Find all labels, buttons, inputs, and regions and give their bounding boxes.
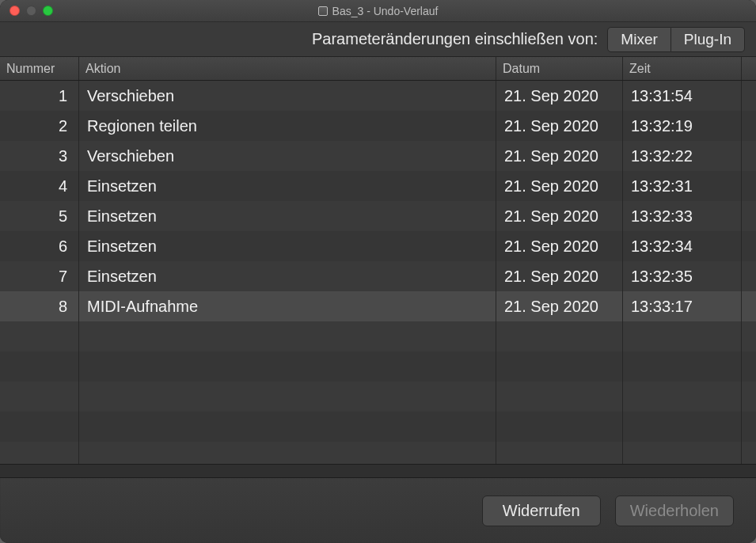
table-row[interactable]: 5Einsetzen21. Sep 202013:32:33 — [0, 201, 756, 231]
table-row[interactable]: 1Verschieben21. Sep 202013:31:54 — [0, 81, 756, 111]
cell-action: Einsetzen — [79, 231, 496, 261]
cell-date: 21. Sep 2020 — [496, 261, 623, 291]
cell-number: 6 — [0, 231, 79, 261]
document-icon — [318, 6, 328, 16]
table-row-empty — [0, 442, 756, 464]
col-number[interactable]: Nummer — [0, 57, 79, 80]
cell-number: 7 — [0, 261, 79, 291]
col-action[interactable]: Aktion — [79, 57, 496, 80]
cell-time: 13:33:17 — [623, 291, 742, 321]
cell-action: Verschieben — [79, 81, 496, 111]
cell-number: 2 — [0, 111, 79, 141]
cell-number: 8 — [0, 291, 79, 321]
titlebar: Bas_3 - Undo-Verlauf — [0, 0, 756, 22]
zoom-icon[interactable] — [43, 6, 53, 16]
window-controls — [0, 6, 53, 16]
cell-action: Regionen teilen — [79, 111, 496, 141]
cell-time: 13:32:34 — [623, 231, 742, 261]
table-row[interactable]: 2Regionen teilen21. Sep 202013:32:19 — [0, 111, 756, 141]
cell-time: 13:32:22 — [623, 141, 742, 171]
table-row-empty — [0, 412, 756, 442]
cell-action: Einsetzen — [79, 261, 496, 291]
cell-number: 3 — [0, 141, 79, 171]
cell-time: 13:32:35 — [623, 261, 742, 291]
cell-action: Verschieben — [79, 141, 496, 171]
cell-number: 4 — [0, 171, 79, 201]
close-icon[interactable] — [9, 6, 20, 16]
table-row-empty — [0, 351, 756, 382]
cell-action: MIDI-Aufnahme — [79, 291, 496, 321]
col-scroll-gutter — [742, 57, 756, 80]
cell-scroll-gutter — [742, 81, 756, 111]
col-date[interactable]: Datum — [496, 57, 623, 80]
cell-date: 21. Sep 2020 — [496, 81, 623, 111]
table-row[interactable]: 3Verschieben21. Sep 202013:32:22 — [0, 141, 756, 171]
horizontal-scrollbar[interactable] — [0, 464, 756, 478]
cell-scroll-gutter — [742, 171, 756, 201]
mixer-toggle[interactable]: Mixer — [607, 27, 671, 52]
cell-number: 1 — [0, 81, 79, 111]
table-body[interactable]: 1Verschieben21. Sep 202013:31:542Regione… — [0, 81, 756, 464]
cell-scroll-gutter — [742, 141, 756, 171]
include-toggle-group: Mixer Plug-In — [607, 27, 745, 52]
col-time[interactable]: Zeit — [623, 57, 742, 80]
cell-date: 21. Sep 2020 — [496, 291, 623, 321]
cell-scroll-gutter — [742, 291, 756, 321]
cell-scroll-gutter — [742, 261, 756, 291]
table-row[interactable]: 7Einsetzen21. Sep 202013:32:35 — [0, 261, 756, 291]
cell-time: 13:32:31 — [623, 171, 742, 201]
cell-time: 13:32:33 — [623, 201, 742, 231]
cell-action: Einsetzen — [79, 201, 496, 231]
cell-scroll-gutter — [742, 201, 756, 231]
table-row[interactable]: 8MIDI-Aufnahme21. Sep 202013:33:17 — [0, 291, 756, 321]
plugin-toggle[interactable]: Plug-In — [671, 27, 745, 52]
undo-history-window: Bas_3 - Undo-Verlauf Parameteränderungen… — [0, 0, 756, 543]
table-row-empty — [0, 321, 756, 351]
footer: Widerrufen Wiederholen — [0, 478, 756, 543]
table-row[interactable]: 6Einsetzen21. Sep 202013:32:34 — [0, 231, 756, 261]
undo-button[interactable]: Widerrufen — [482, 496, 601, 526]
redo-button[interactable]: Wiederholen — [615, 496, 734, 526]
cell-time: 13:31:54 — [623, 81, 742, 111]
table-header: Nummer Aktion Datum Zeit — [0, 57, 756, 81]
cell-date: 21. Sep 2020 — [496, 201, 623, 231]
include-changes-label: Parameteränderungen einschließen von: — [312, 30, 598, 48]
cell-action: Einsetzen — [79, 171, 496, 201]
toolbar: Parameteränderungen einschließen von: Mi… — [0, 22, 756, 57]
cell-scroll-gutter — [742, 231, 756, 261]
table-row[interactable]: 4Einsetzen21. Sep 202013:32:31 — [0, 171, 756, 201]
table-row-empty — [0, 382, 756, 412]
cell-date: 21. Sep 2020 — [496, 171, 623, 201]
history-table: Nummer Aktion Datum Zeit 1Verschieben21.… — [0, 57, 756, 478]
cell-scroll-gutter — [742, 111, 756, 141]
cell-date: 21. Sep 2020 — [496, 111, 623, 141]
minimize-icon[interactable] — [26, 6, 36, 16]
window-title: Bas_3 - Undo-Verlauf — [332, 5, 439, 17]
cell-number: 5 — [0, 201, 79, 231]
cell-time: 13:32:19 — [623, 111, 742, 141]
cell-date: 21. Sep 2020 — [496, 231, 623, 261]
cell-date: 21. Sep 2020 — [496, 141, 623, 171]
